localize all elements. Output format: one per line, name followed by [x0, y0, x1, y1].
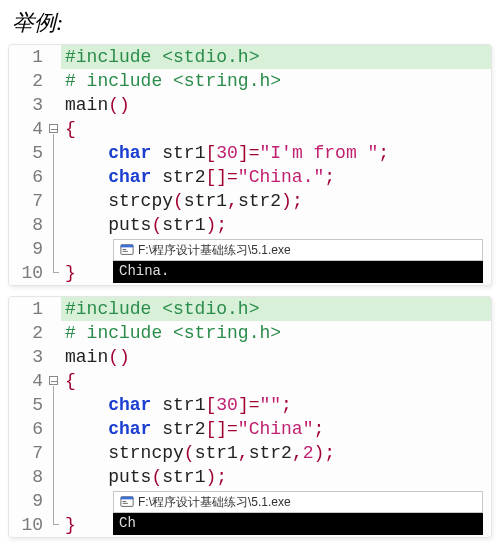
code-line: 1#include <stdio.h>: [9, 297, 491, 321]
code-content: puts(str1);: [61, 465, 491, 489]
fold-gutter: [47, 369, 61, 393]
fold-gutter: [47, 465, 61, 489]
fold-gutter: [47, 117, 61, 141]
console-window: F:\程序设计基础练习\5.1.exeCh: [113, 491, 483, 535]
code-line: 3main(): [9, 93, 491, 117]
svg-rect-5: [121, 497, 133, 500]
line-number: 6: [9, 417, 47, 441]
code-line: 1#include <stdio.h>: [9, 45, 491, 69]
fold-gutter: [47, 189, 61, 213]
fold-gutter: [47, 489, 61, 513]
fold-gutter: [47, 441, 61, 465]
line-number: 4: [9, 117, 47, 141]
code-content: #include <stdio.h>: [61, 45, 491, 69]
code-content: {: [61, 117, 491, 141]
code-line: 7 strncpy(str1,str2,2);: [9, 441, 491, 465]
code-content: strncpy(str1,str2,2);: [61, 441, 491, 465]
fold-gutter: [47, 93, 61, 117]
code-line: 6 char str2[]="China";: [9, 417, 491, 441]
line-number: 7: [9, 189, 47, 213]
svg-rect-2: [123, 249, 127, 250]
code-content: #include <stdio.h>: [61, 297, 491, 321]
code-editor: 1#include <stdio.h>2# include <string.h>…: [8, 296, 492, 538]
line-number: 2: [9, 321, 47, 345]
line-number: 10: [9, 513, 47, 537]
line-number: 10: [9, 261, 47, 285]
code-content: main(): [61, 345, 491, 369]
fold-gutter: [47, 213, 61, 237]
console-window: F:\程序设计基础练习\5.1.exeChina.: [113, 239, 483, 283]
line-number: 9: [9, 489, 47, 513]
line-number: 6: [9, 165, 47, 189]
fold-gutter: [47, 321, 61, 345]
svg-rect-3: [123, 251, 128, 252]
fold-gutter: [47, 237, 61, 261]
code-content: # include <string.h>: [61, 321, 491, 345]
fold-gutter: [47, 345, 61, 369]
fold-gutter: [47, 513, 61, 537]
console-titlebar: F:\程序设计基础练习\5.1.exe: [113, 491, 483, 513]
fold-gutter: [47, 69, 61, 93]
code-line: 5 char str1[30]="I'm from ";: [9, 141, 491, 165]
code-line: 4{: [9, 369, 491, 393]
code-content: puts(str1);: [61, 213, 491, 237]
code-content: char str2[]="China";: [61, 417, 491, 441]
code-editor: 1#include <stdio.h>2# include <string.h>…: [8, 44, 492, 286]
line-number: 3: [9, 93, 47, 117]
fold-gutter: [47, 165, 61, 189]
code-line: 8 puts(str1);: [9, 465, 491, 489]
code-line: 5 char str1[30]="";: [9, 393, 491, 417]
app-icon: [120, 495, 134, 509]
svg-rect-7: [123, 503, 128, 504]
fold-gutter: [47, 45, 61, 69]
code-content: char str2[]="China.";: [61, 165, 491, 189]
line-number: 8: [9, 465, 47, 489]
code-line: 4{: [9, 117, 491, 141]
code-line: 6 char str2[]="China.";: [9, 165, 491, 189]
code-line: 2# include <string.h>: [9, 321, 491, 345]
line-number: 5: [9, 141, 47, 165]
line-number: 5: [9, 393, 47, 417]
line-number: 7: [9, 441, 47, 465]
console-title-text: F:\程序设计基础练习\5.1.exe: [138, 242, 291, 259]
code-line: 2# include <string.h>: [9, 69, 491, 93]
heading-example: 举例:: [12, 8, 492, 38]
line-number: 3: [9, 345, 47, 369]
code-content: {: [61, 369, 491, 393]
fold-gutter: [47, 141, 61, 165]
code-line: 3main(): [9, 345, 491, 369]
svg-rect-1: [121, 245, 133, 248]
code-content: char str1[30]="";: [61, 393, 491, 417]
code-content: char str1[30]="I'm from ";: [61, 141, 491, 165]
fold-gutter: [47, 261, 61, 285]
code-content: # include <string.h>: [61, 69, 491, 93]
app-icon: [120, 243, 134, 257]
line-number: 4: [9, 369, 47, 393]
fold-gutter: [47, 393, 61, 417]
console-titlebar: F:\程序设计基础练习\5.1.exe: [113, 239, 483, 261]
code-line: 7 strcpy(str1,str2);: [9, 189, 491, 213]
console-output: China.: [113, 261, 483, 283]
fold-toggle-icon[interactable]: [49, 124, 58, 133]
svg-rect-6: [123, 501, 127, 502]
line-number: 2: [9, 69, 47, 93]
console-title-text: F:\程序设计基础练习\5.1.exe: [138, 494, 291, 511]
code-content: strcpy(str1,str2);: [61, 189, 491, 213]
fold-gutter: [47, 417, 61, 441]
code-line: 8 puts(str1);: [9, 213, 491, 237]
code-content: main(): [61, 93, 491, 117]
console-output: Ch: [113, 513, 483, 535]
line-number: 1: [9, 297, 47, 321]
line-number: 8: [9, 213, 47, 237]
line-number: 9: [9, 237, 47, 261]
fold-toggle-icon[interactable]: [49, 376, 58, 385]
line-number: 1: [9, 45, 47, 69]
fold-gutter: [47, 297, 61, 321]
